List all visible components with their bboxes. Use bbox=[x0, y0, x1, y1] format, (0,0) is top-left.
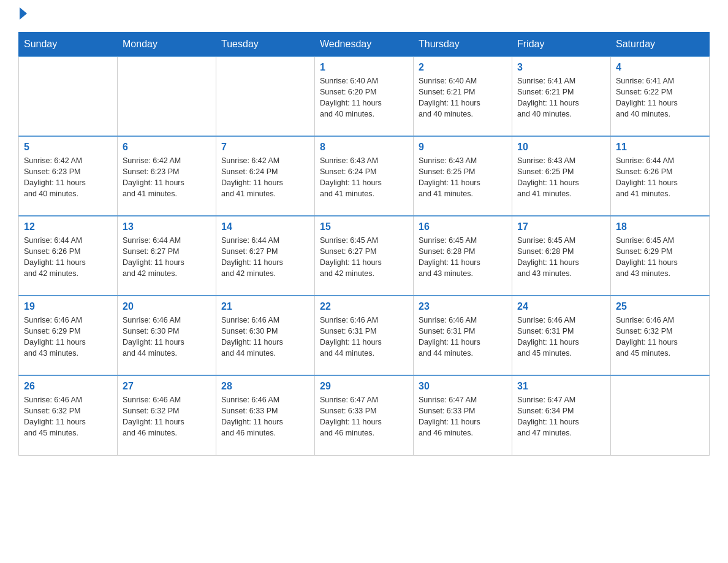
calendar-cell bbox=[216, 56, 315, 136]
calendar-cell: 21Sunrise: 6:46 AM Sunset: 6:30 PM Dayli… bbox=[216, 296, 315, 375]
day-number: 23 bbox=[419, 301, 507, 312]
calendar-cell: 29Sunrise: 6:47 AM Sunset: 6:33 PM Dayli… bbox=[315, 375, 414, 455]
day-number: 15 bbox=[320, 221, 408, 232]
day-info: Sunrise: 6:46 AM Sunset: 6:31 PM Dayligh… bbox=[517, 315, 605, 359]
day-number: 27 bbox=[123, 381, 211, 392]
day-number: 22 bbox=[320, 301, 408, 312]
column-header-tuesday: Tuesday bbox=[216, 33, 315, 57]
day-number: 1 bbox=[320, 62, 408, 73]
day-number: 30 bbox=[419, 381, 507, 392]
calendar-cell: 30Sunrise: 6:47 AM Sunset: 6:33 PM Dayli… bbox=[414, 375, 512, 455]
day-info: Sunrise: 6:41 AM Sunset: 6:22 PM Dayligh… bbox=[616, 75, 704, 120]
calendar-cell: 7Sunrise: 6:42 AM Sunset: 6:24 PM Daylig… bbox=[216, 136, 315, 216]
calendar-cell: 25Sunrise: 6:46 AM Sunset: 6:32 PM Dayli… bbox=[611, 296, 710, 375]
calendar-cell: 11Sunrise: 6:44 AM Sunset: 6:26 PM Dayli… bbox=[611, 136, 710, 216]
week-row-3: 12Sunrise: 6:44 AM Sunset: 6:26 PM Dayli… bbox=[19, 216, 710, 296]
calendar-cell: 6Sunrise: 6:42 AM Sunset: 6:23 PM Daylig… bbox=[118, 136, 216, 216]
calendar-cell: 22Sunrise: 6:46 AM Sunset: 6:31 PM Dayli… bbox=[315, 296, 414, 375]
logo-arrow-icon bbox=[20, 7, 27, 20]
calendar-header-row: SundayMondayTuesdayWednesdayThursdayFrid… bbox=[19, 33, 710, 57]
page-header bbox=[18, 12, 710, 20]
day-info: Sunrise: 6:44 AM Sunset: 6:27 PM Dayligh… bbox=[221, 235, 309, 280]
day-number: 14 bbox=[221, 221, 309, 232]
week-row-5: 26Sunrise: 6:46 AM Sunset: 6:32 PM Dayli… bbox=[19, 375, 710, 455]
day-number: 16 bbox=[419, 221, 507, 232]
day-info: Sunrise: 6:46 AM Sunset: 6:32 PM Dayligh… bbox=[123, 394, 211, 439]
day-info: Sunrise: 6:46 AM Sunset: 6:32 PM Dayligh… bbox=[616, 315, 704, 359]
day-number: 13 bbox=[123, 221, 211, 232]
calendar-cell: 28Sunrise: 6:46 AM Sunset: 6:33 PM Dayli… bbox=[216, 375, 315, 455]
day-info: Sunrise: 6:47 AM Sunset: 6:34 PM Dayligh… bbox=[517, 394, 605, 439]
day-number: 7 bbox=[221, 142, 309, 153]
day-info: Sunrise: 6:40 AM Sunset: 6:20 PM Dayligh… bbox=[320, 75, 408, 120]
day-info: Sunrise: 6:46 AM Sunset: 6:32 PM Dayligh… bbox=[24, 394, 112, 439]
day-number: 2 bbox=[419, 62, 507, 73]
day-number: 21 bbox=[221, 301, 309, 312]
day-number: 31 bbox=[517, 381, 605, 392]
calendar-cell: 31Sunrise: 6:47 AM Sunset: 6:34 PM Dayli… bbox=[512, 375, 611, 455]
day-info: Sunrise: 6:45 AM Sunset: 6:28 PM Dayligh… bbox=[517, 235, 605, 280]
day-number: 20 bbox=[123, 301, 211, 312]
day-number: 9 bbox=[419, 142, 507, 153]
day-info: Sunrise: 6:42 AM Sunset: 6:24 PM Dayligh… bbox=[221, 155, 309, 200]
column-header-friday: Friday bbox=[512, 33, 611, 57]
calendar-cell: 19Sunrise: 6:46 AM Sunset: 6:29 PM Dayli… bbox=[19, 296, 118, 375]
calendar-cell: 16Sunrise: 6:45 AM Sunset: 6:28 PM Dayli… bbox=[414, 216, 512, 296]
calendar-cell: 13Sunrise: 6:44 AM Sunset: 6:27 PM Dayli… bbox=[118, 216, 216, 296]
day-number: 12 bbox=[24, 221, 112, 232]
calendar-cell: 8Sunrise: 6:43 AM Sunset: 6:24 PM Daylig… bbox=[315, 136, 414, 216]
week-row-4: 19Sunrise: 6:46 AM Sunset: 6:29 PM Dayli… bbox=[19, 296, 710, 375]
calendar-cell: 10Sunrise: 6:43 AM Sunset: 6:25 PM Dayli… bbox=[512, 136, 611, 216]
calendar-cell: 20Sunrise: 6:46 AM Sunset: 6:30 PM Dayli… bbox=[118, 296, 216, 375]
calendar-cell: 24Sunrise: 6:46 AM Sunset: 6:31 PM Dayli… bbox=[512, 296, 611, 375]
calendar-cell: 5Sunrise: 6:42 AM Sunset: 6:23 PM Daylig… bbox=[19, 136, 118, 216]
calendar-cell: 26Sunrise: 6:46 AM Sunset: 6:32 PM Dayli… bbox=[19, 375, 118, 455]
day-info: Sunrise: 6:43 AM Sunset: 6:25 PM Dayligh… bbox=[517, 155, 605, 200]
day-info: Sunrise: 6:46 AM Sunset: 6:29 PM Dayligh… bbox=[24, 315, 112, 359]
calendar-cell: 27Sunrise: 6:46 AM Sunset: 6:32 PM Dayli… bbox=[118, 375, 216, 455]
calendar-cell: 15Sunrise: 6:45 AM Sunset: 6:27 PM Dayli… bbox=[315, 216, 414, 296]
day-info: Sunrise: 6:46 AM Sunset: 6:31 PM Dayligh… bbox=[419, 315, 507, 359]
day-number: 5 bbox=[24, 142, 112, 153]
calendar-cell: 18Sunrise: 6:45 AM Sunset: 6:29 PM Dayli… bbox=[611, 216, 710, 296]
day-number: 3 bbox=[517, 62, 605, 73]
day-info: Sunrise: 6:45 AM Sunset: 6:29 PM Dayligh… bbox=[616, 235, 704, 280]
day-info: Sunrise: 6:43 AM Sunset: 6:24 PM Dayligh… bbox=[320, 155, 408, 200]
day-info: Sunrise: 6:45 AM Sunset: 6:28 PM Dayligh… bbox=[419, 235, 507, 280]
day-number: 10 bbox=[517, 142, 605, 153]
day-number: 6 bbox=[123, 142, 211, 153]
day-info: Sunrise: 6:45 AM Sunset: 6:27 PM Dayligh… bbox=[320, 235, 408, 280]
calendar-cell bbox=[19, 56, 118, 136]
day-info: Sunrise: 6:46 AM Sunset: 6:30 PM Dayligh… bbox=[123, 315, 211, 359]
calendar-cell: 17Sunrise: 6:45 AM Sunset: 6:28 PM Dayli… bbox=[512, 216, 611, 296]
calendar-cell: 23Sunrise: 6:46 AM Sunset: 6:31 PM Dayli… bbox=[414, 296, 512, 375]
calendar-cell: 1Sunrise: 6:40 AM Sunset: 6:20 PM Daylig… bbox=[315, 56, 414, 136]
column-header-saturday: Saturday bbox=[611, 33, 710, 57]
week-row-2: 5Sunrise: 6:42 AM Sunset: 6:23 PM Daylig… bbox=[19, 136, 710, 216]
calendar-cell: 14Sunrise: 6:44 AM Sunset: 6:27 PM Dayli… bbox=[216, 216, 315, 296]
column-header-thursday: Thursday bbox=[414, 33, 512, 57]
day-number: 4 bbox=[616, 62, 704, 73]
day-number: 24 bbox=[517, 301, 605, 312]
column-header-sunday: Sunday bbox=[19, 33, 118, 57]
column-header-monday: Monday bbox=[118, 33, 216, 57]
day-number: 26 bbox=[24, 381, 112, 392]
day-info: Sunrise: 6:44 AM Sunset: 6:26 PM Dayligh… bbox=[616, 155, 704, 200]
week-row-1: 1Sunrise: 6:40 AM Sunset: 6:20 PM Daylig… bbox=[19, 56, 710, 136]
calendar-cell: 3Sunrise: 6:41 AM Sunset: 6:21 PM Daylig… bbox=[512, 56, 611, 136]
calendar-cell: 2Sunrise: 6:40 AM Sunset: 6:21 PM Daylig… bbox=[414, 56, 512, 136]
calendar-cell bbox=[118, 56, 216, 136]
day-info: Sunrise: 6:42 AM Sunset: 6:23 PM Dayligh… bbox=[123, 155, 211, 200]
day-info: Sunrise: 6:47 AM Sunset: 6:33 PM Dayligh… bbox=[320, 394, 408, 439]
day-number: 8 bbox=[320, 142, 408, 153]
calendar-cell bbox=[611, 375, 710, 455]
day-number: 28 bbox=[221, 381, 309, 392]
day-number: 18 bbox=[616, 221, 704, 232]
day-number: 29 bbox=[320, 381, 408, 392]
day-info: Sunrise: 6:40 AM Sunset: 6:21 PM Dayligh… bbox=[419, 75, 507, 120]
day-number: 19 bbox=[24, 301, 112, 312]
day-info: Sunrise: 6:44 AM Sunset: 6:26 PM Dayligh… bbox=[24, 235, 112, 280]
calendar-cell: 4Sunrise: 6:41 AM Sunset: 6:22 PM Daylig… bbox=[611, 56, 710, 136]
day-info: Sunrise: 6:47 AM Sunset: 6:33 PM Dayligh… bbox=[419, 394, 507, 439]
day-info: Sunrise: 6:46 AM Sunset: 6:31 PM Dayligh… bbox=[320, 315, 408, 359]
